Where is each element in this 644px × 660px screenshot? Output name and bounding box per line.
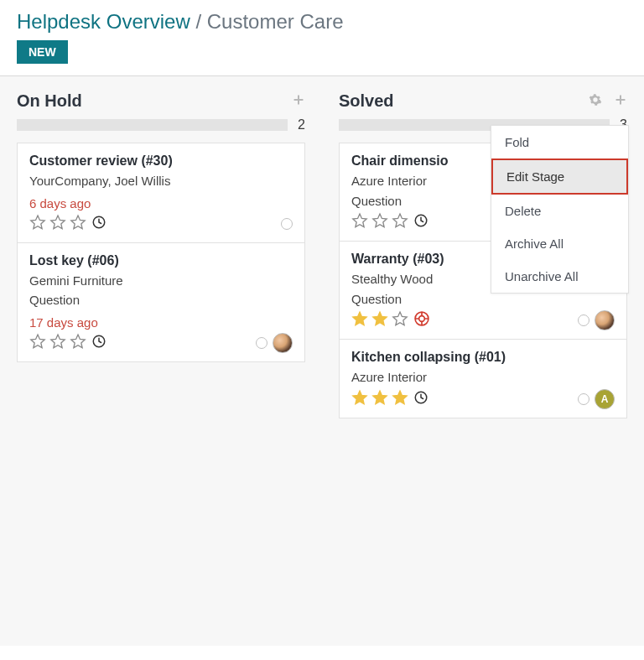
kanban-card[interactable]: Kitchen collapsing (#01) Azure Interior … (340, 340, 626, 418)
dropdown-item[interactable]: Unarchive All (491, 260, 628, 293)
kanban-column: On Hold 2 Customer review (#30) YourComp… (17, 91, 305, 631)
column-count: 2 (298, 117, 305, 133)
gear-icon[interactable] (589, 93, 602, 110)
clock-icon (90, 215, 106, 233)
star-icon[interactable] (49, 333, 66, 353)
card-title: Lost key (#06) (29, 253, 293, 268)
kanban-card[interactable]: Lost key (#06) Gemini Furniture Question… (18, 243, 304, 361)
avatar[interactable] (273, 333, 293, 353)
kanban-card[interactable]: Customer review (#30) YourCompany, Joel … (18, 143, 304, 243)
dropdown-item[interactable]: Archive All (491, 227, 628, 260)
status-dot[interactable] (578, 314, 589, 326)
star-icon[interactable] (49, 214, 66, 234)
new-button[interactable]: NEW (17, 40, 68, 64)
star-icon[interactable] (392, 212, 408, 232)
card-title: Kitchen collapsing (#01) (351, 350, 615, 365)
card-line1: Gemini Furniture (29, 272, 293, 291)
avatar[interactable]: A (595, 389, 615, 409)
status-dot[interactable] (281, 218, 293, 230)
status-dot[interactable] (578, 393, 589, 405)
lifebuoy-icon (412, 310, 430, 330)
status-dot[interactable] (256, 337, 267, 349)
breadcrumb: Helpdesk Overview / Customer Care (17, 10, 627, 34)
star-icon[interactable] (29, 214, 46, 234)
breadcrumb-current: Customer Care (207, 10, 344, 33)
add-card-icon[interactable] (614, 93, 627, 110)
star-icon[interactable] (392, 310, 408, 330)
star-icon[interactable] (351, 310, 368, 330)
card-line1: YourCompany, Joel Willis (29, 172, 293, 191)
card-line1: Azure Interior (351, 368, 615, 387)
dropdown-item[interactable]: Fold (491, 126, 628, 159)
clock-icon (412, 213, 428, 231)
star-icon[interactable] (371, 389, 388, 409)
star-icon[interactable] (70, 214, 86, 234)
progress-bar (17, 119, 288, 131)
avatar[interactable] (595, 310, 615, 330)
card-age: 6 days ago (29, 196, 293, 210)
star-icon[interactable] (351, 389, 368, 409)
star-icon[interactable] (351, 212, 368, 232)
star-icon[interactable] (371, 310, 388, 330)
star-icon[interactable] (392, 389, 408, 409)
card-age: 17 days ago (29, 315, 293, 330)
dropdown-item[interactable]: Delete (491, 195, 628, 227)
clock-icon (90, 334, 106, 352)
star-icon[interactable] (371, 212, 388, 232)
column-title: On Hold (17, 91, 82, 111)
svg-point-4 (419, 316, 425, 322)
clock-icon (412, 390, 428, 408)
card-title: Customer review (#30) (29, 153, 293, 169)
breadcrumb-parent[interactable]: Helpdesk Overview (17, 10, 190, 33)
dropdown-item[interactable]: Edit Stage (491, 159, 628, 195)
card-line2: Question (29, 291, 293, 310)
stage-dropdown: FoldEdit StageDeleteArchive AllUnarchive… (491, 125, 629, 294)
column-title: Solved (339, 91, 394, 111)
breadcrumb-sep: / (195, 10, 201, 33)
star-icon[interactable] (70, 333, 86, 353)
star-icon[interactable] (29, 333, 46, 353)
kanban-column: Solved 3 Chair dimensio Azure Interior Q… (339, 91, 627, 631)
add-card-icon[interactable] (292, 93, 305, 110)
